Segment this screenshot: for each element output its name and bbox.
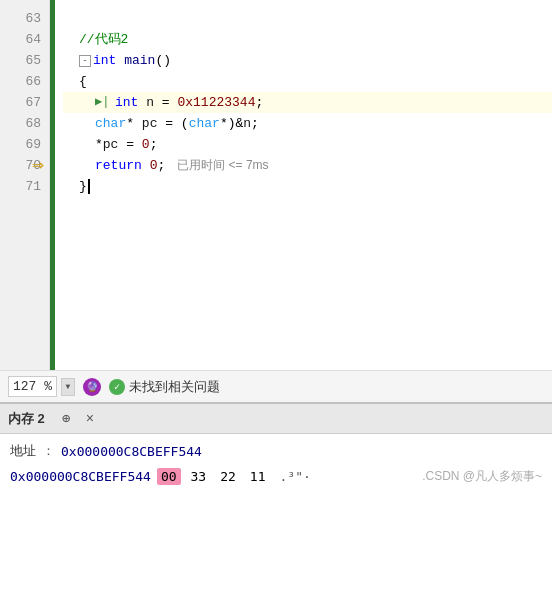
debug-arrow-67: ▶| — [95, 92, 113, 113]
keyword-int-67: int — [115, 92, 138, 113]
addr-value: 0x000000C8CBEFF544 — [61, 444, 202, 459]
addr-row: 地址 ： 0x000000C8CBEFF544 — [10, 442, 542, 460]
code-line-69: * pc = 0 ; — [63, 134, 552, 155]
memory-panel: 内存 2 ⊕ × 地址 ： 0x000000C8CBEFF544 0x00000… — [0, 402, 552, 595]
yellow-arrow-indicator: ⇒ — [8, 155, 48, 176]
line-numbers: 63 64 65 66 67 68 69 70 71 — [0, 0, 50, 370]
mem-byte-1: 33 — [187, 468, 211, 485]
line-67: 67 — [0, 92, 49, 113]
code-line-66: { — [63, 71, 552, 92]
line-71: 71 — [0, 176, 49, 197]
panel-controls: ⊕ × — [57, 410, 99, 428]
collapse-button-65[interactable]: - — [79, 55, 91, 67]
zoom-dropdown[interactable]: ▼ — [61, 378, 75, 396]
mem-byte-3: 11 — [246, 468, 270, 485]
addr-label: 地址 — [10, 442, 36, 460]
memory-header: 内存 2 ⊕ × — [0, 404, 552, 434]
memory-title: 内存 2 — [8, 410, 45, 428]
num-hex: 0x11223344 — [177, 92, 255, 113]
ok-icon: ✓ — [109, 379, 125, 395]
line-69: 69 — [0, 134, 49, 155]
mem-byte-0: 00 — [157, 468, 181, 485]
code-line-67: ▶| int n = 0x11223344 ; — [63, 92, 552, 113]
cursor-71 — [88, 179, 90, 194]
brace-open-66: { — [79, 71, 87, 92]
func-main: main — [124, 50, 155, 71]
zoom-control[interactable]: 127 % ▼ — [8, 376, 75, 397]
close-button[interactable]: × — [81, 410, 99, 428]
editor-area: 63 64 65 66 67 68 69 70 71 //代码2 - — [0, 0, 552, 370]
mem-ascii: .³"· — [280, 469, 311, 484]
keyword-int-65: int — [93, 50, 116, 71]
brace-close-71: } — [79, 176, 87, 197]
num-zero: 0 — [150, 155, 158, 176]
pin-button[interactable]: ⊕ — [57, 410, 75, 428]
space-65 — [116, 50, 124, 71]
code-line-64: //代码2 — [63, 29, 552, 50]
memory-data-row: 0x000000C8CBEFF544 00 33 22 11 .³"· .CSD… — [10, 468, 542, 485]
status-bar: 127 % ▼ 🔮 ✓ 未找到相关问题 — [0, 370, 552, 402]
watermark: .CSDN @凡人多烦事~ — [422, 468, 542, 485]
mem-byte-2: 22 — [216, 468, 240, 485]
time-comment: 已用时间 <= 7ms — [177, 155, 268, 176]
code-line-71: } — [63, 176, 552, 197]
var-pc-69: pc — [103, 134, 119, 155]
punct-65: () — [155, 50, 171, 71]
keyword-return: return — [95, 155, 142, 176]
var-n: n — [146, 92, 154, 113]
code-line-68: char * pc = ( char *)& n ; — [63, 113, 552, 134]
code-lines: //代码2 - int main () { ▶| int n = — [55, 0, 552, 370]
line-66: 66 — [0, 71, 49, 92]
mem-row-addr: 0x000000C8CBEFF544 — [10, 469, 151, 484]
code-line-63 — [63, 8, 552, 29]
line-64: 64 — [0, 29, 49, 50]
intellisense-icon[interactable]: 🔮 — [83, 378, 101, 396]
var-pc: pc — [142, 113, 158, 134]
comment-64: //代码2 — [79, 29, 128, 50]
line-68: 68 — [0, 113, 49, 134]
line-63: 63 — [0, 8, 49, 29]
status-ok: ✓ 未找到相关问题 — [109, 378, 220, 396]
memory-content: 地址 ： 0x000000C8CBEFF544 0x000000C8CBEFF5… — [0, 434, 552, 493]
status-text: 未找到相关问题 — [129, 378, 220, 396]
code-line-65: - int main () — [63, 50, 552, 71]
type-char: char — [95, 113, 126, 134]
code-line-70: return 0 ; 已用时间 <= 7ms — [63, 155, 552, 176]
zoom-value: 127 % — [8, 376, 57, 397]
line-65: 65 — [0, 50, 49, 71]
